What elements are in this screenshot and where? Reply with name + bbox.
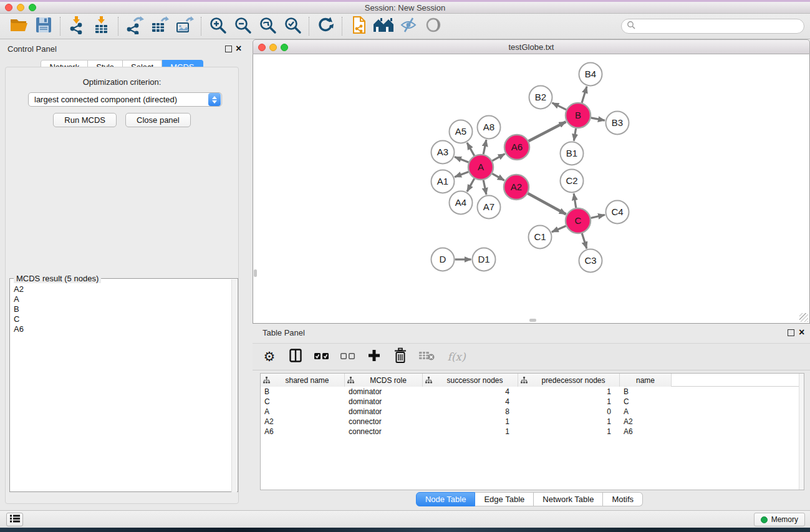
cell-shared-name[interactable]: A2	[261, 417, 345, 427]
open-file-button[interactable]	[6, 15, 31, 37]
cell-name[interactable]: A2	[620, 417, 672, 427]
refresh-button[interactable]	[313, 15, 338, 37]
column-header-shared-name[interactable]: shared name	[261, 374, 345, 387]
table-row-a[interactable]: Adominator80A	[261, 407, 804, 417]
export-image-button[interactable]	[172, 15, 197, 37]
edge-B-B3[interactable]	[591, 118, 605, 120]
column-header-name[interactable]: name	[620, 374, 672, 387]
search-field[interactable]	[621, 19, 804, 34]
edge-A-A1[interactable]	[455, 172, 468, 177]
close-panel-icon-button[interactable]: ×	[236, 43, 241, 54]
network-window-titlebar[interactable]: testGlobe.txt	[253, 39, 810, 54]
export-table-button[interactable]	[147, 15, 172, 37]
cell-name[interactable]: A	[620, 407, 672, 417]
result-item-b[interactable]: B	[10, 304, 238, 314]
edge-A6-B[interactable]	[529, 122, 566, 141]
edge-B-B2[interactable]	[552, 103, 566, 110]
network-canvas[interactable]: AA1A2A3A4A5A6A7A8BB1B2B3B4CC1C2C3C4DD1	[253, 54, 810, 324]
task-history-button[interactable]	[6, 513, 23, 526]
edge-A-A6[interactable]	[492, 154, 504, 161]
import-network-button[interactable]	[64, 15, 89, 37]
edge-A-A3[interactable]	[455, 157, 468, 163]
tab-node-table[interactable]: Node Table	[416, 492, 476, 506]
tab-network-table[interactable]: Network Table	[534, 492, 603, 506]
fit-content-button[interactable]	[255, 15, 280, 37]
edge-A-A7[interactable]	[483, 180, 486, 195]
network-document-button[interactable]	[346, 15, 371, 37]
export-network-button[interactable]	[122, 15, 147, 37]
edge-C-C2[interactable]	[574, 193, 576, 208]
result-item-c[interactable]: C	[10, 314, 238, 324]
edge-A-A5[interactable]	[467, 143, 475, 156]
show-columns-button[interactable]	[287, 348, 304, 365]
cell-name[interactable]: A6	[620, 427, 672, 437]
zoom-selected-button[interactable]	[280, 15, 305, 37]
cell-predecessor-nodes[interactable]: 1	[518, 387, 620, 397]
network-close-button[interactable]	[258, 44, 266, 51]
edge-B-B4[interactable]	[582, 87, 587, 103]
minimize-window-button[interactable]	[17, 4, 24, 11]
close-panel-button[interactable]: Close panel	[125, 113, 191, 127]
zoom-in-button[interactable]	[205, 15, 230, 37]
table-row-a6[interactable]: A6connector11A6	[261, 427, 804, 437]
result-item-a[interactable]: A	[10, 294, 238, 304]
network-vscroll-thumb[interactable]	[254, 269, 257, 277]
result-list-scrollbar[interactable]	[231, 279, 237, 492]
cell-mcds-role[interactable]: dominator	[345, 387, 423, 397]
unselect-all-button[interactable]	[340, 348, 356, 365]
cell-mcds-role[interactable]: dominator	[345, 407, 423, 417]
network-resize-grip[interactable]	[799, 313, 808, 322]
cell-predecessor-nodes[interactable]: 0	[518, 407, 620, 417]
edge-A2-C[interactable]	[528, 193, 566, 214]
cell-name[interactable]: C	[620, 397, 672, 407]
cell-shared-name[interactable]: C	[261, 397, 345, 407]
cell-mcds-role[interactable]: dominator	[345, 397, 423, 407]
result-item-a2[interactable]: A2	[10, 284, 238, 294]
cell-shared-name[interactable]: A6	[261, 427, 345, 437]
cell-name[interactable]: B	[620, 387, 672, 397]
float-panel-button[interactable]	[225, 46, 232, 52]
column-header-predecessor-nodes[interactable]: predecessor nodes	[518, 374, 620, 387]
table-close-button[interactable]: ×	[799, 327, 804, 338]
zoom-out-button[interactable]	[230, 15, 255, 37]
edge-A-A2[interactable]	[492, 173, 504, 180]
search-input[interactable]	[635, 21, 804, 32]
memory-button[interactable]: Memory	[754, 513, 805, 526]
table-float-button[interactable]	[788, 329, 794, 336]
houses-button[interactable]	[371, 15, 396, 37]
cell-predecessor-nodes[interactable]: 1	[518, 427, 620, 437]
delete-row-button[interactable]	[392, 348, 408, 365]
save-session-button[interactable]	[31, 15, 56, 37]
network-hscroll-thumb[interactable]	[529, 319, 536, 322]
network-minimize-button[interactable]	[269, 44, 277, 51]
edge-C-C3[interactable]	[582, 233, 587, 248]
tab-edge-table[interactable]: Edge Table	[475, 492, 534, 506]
cell-shared-name[interactable]: A	[261, 407, 345, 417]
cell-predecessor-nodes[interactable]: 1	[518, 397, 620, 407]
edge-A-A8[interactable]	[483, 140, 486, 154]
delete-table-button[interactable]	[418, 348, 435, 365]
table-row-c[interactable]: Cdominator41C	[261, 397, 804, 407]
cell-shared-name[interactable]: B	[261, 387, 345, 397]
result-item-a6[interactable]: A6	[10, 324, 238, 334]
close-window-button[interactable]	[5, 4, 12, 11]
table-row-b[interactable]: Bdominator41B	[261, 387, 804, 397]
edge-C-C1[interactable]	[552, 226, 566, 232]
network-zoom-button[interactable]	[281, 44, 288, 51]
run-mcds-button[interactable]: Run MCDS	[53, 113, 117, 127]
zoom-window-button[interactable]	[29, 4, 36, 11]
cell-mcds-role[interactable]: connector	[345, 417, 423, 427]
cell-predecessor-nodes[interactable]: 1	[518, 417, 620, 427]
edge-A-A4[interactable]	[467, 178, 475, 191]
cell-successor-nodes[interactable]: 4	[423, 397, 518, 407]
hide-details-button[interactable]	[396, 15, 421, 37]
add-row-button[interactable]	[366, 348, 382, 365]
cell-successor-nodes[interactable]: 1	[423, 417, 518, 427]
column-header-successor-nodes[interactable]: successor nodes	[423, 374, 518, 387]
edge-B-B1[interactable]	[574, 128, 576, 141]
table-vscroll[interactable]	[799, 374, 804, 490]
cell-successor-nodes[interactable]: 8	[423, 407, 518, 417]
edge-C-C4[interactable]	[591, 215, 604, 218]
column-header-mcds-role[interactable]: MCDS role	[345, 374, 423, 387]
import-table-button[interactable]	[89, 15, 114, 37]
